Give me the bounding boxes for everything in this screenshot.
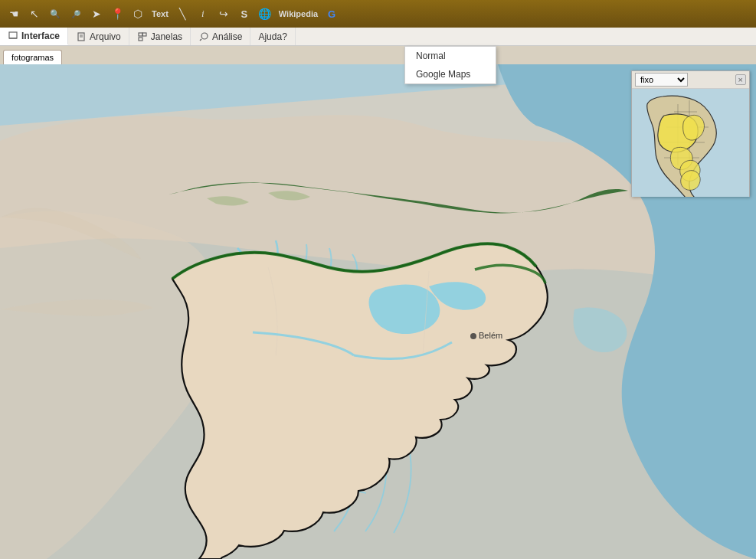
interface-icon [8,31,18,41]
svg-rect-6 [142,33,146,36]
analise-menu[interactable]: Análise [191,28,250,45]
janelas-menu[interactable]: Janelas [129,28,191,45]
map-area[interactable]: Belém fixo flutuante × [0,64,756,559]
polygon-tool[interactable]: ⬡ [129,5,147,23]
minimap: fixo flutuante × [631,70,750,197]
info-tool[interactable]: i [194,5,212,23]
svg-point-8 [201,33,208,39]
street-tool[interactable]: S [235,5,254,23]
minimap-map-content [632,89,749,197]
google-maps-option[interactable]: Google Maps [405,65,496,83]
text-tool[interactable]: Text [149,8,171,20]
minimap-header: fixo flutuante × [632,71,749,89]
hand-tool[interactable]: ☚ [5,5,23,23]
janelas-icon [137,31,148,42]
interface-menu[interactable]: Interface [0,28,68,45]
analise-icon [198,31,209,42]
normal-option[interactable]: Normal [405,47,496,65]
minimap-mode-select[interactable]: fixo flutuante [635,73,688,87]
route-tool[interactable]: ↪ [214,5,233,23]
analise-label: Análise [212,31,242,42]
svg-rect-7 [139,38,142,41]
ajuda-label: Ajuda? [258,31,286,42]
tabs-bar: fotogramas [0,46,756,64]
interface-label: Interface [21,31,60,41]
menubar: Interface Arquivo Janelas Análise Ajuda? [0,28,756,46]
arquivo-label: Arquivo [90,31,121,42]
ajuda-menu[interactable]: Ajuda? [250,28,295,45]
svg-rect-5 [139,33,142,36]
wiki-tool[interactable]: Wikipedia [277,8,320,20]
minimap-close-button[interactable]: × [735,74,746,85]
fotogramas-tab[interactable]: fotogramas [3,50,62,64]
arquivo-icon [76,31,87,42]
line-tool[interactable]: ╲ [173,5,191,23]
pointer-tool[interactable]: ➤ [87,5,106,23]
google-tool[interactable]: G [322,5,341,23]
pin-tool[interactable]: 📍 [108,5,126,23]
select-tool[interactable]: ↖ [25,5,44,23]
zoom-out-tool[interactable]: 🔎 [67,5,85,23]
arquivo-menu[interactable]: Arquivo [68,28,129,45]
zoom-in-tool[interactable]: 🔍 [46,5,64,23]
toolbar: ☚ ↖ 🔍 🔎 ➤ 📍 ⬡ Text ╲ i ↪ S 🌐 Wikipedia G [0,0,756,28]
svg-text:Belém: Belém [479,331,502,340]
globe-tool[interactable]: 🌐 [256,5,274,23]
janelas-label: Janelas [151,31,182,42]
svg-point-11 [470,333,476,339]
svg-rect-0 [9,32,17,38]
svg-line-9 [200,39,201,41]
interface-dropdown: Normal Google Maps [404,46,496,84]
